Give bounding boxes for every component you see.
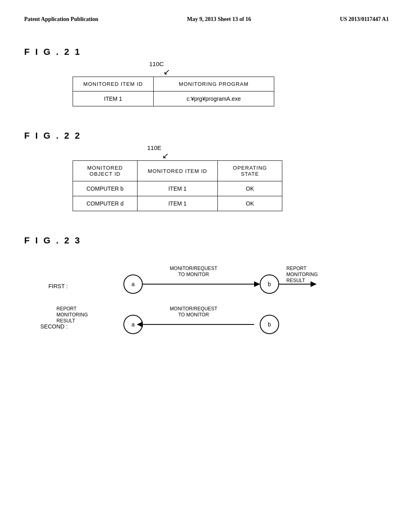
fig22-row2-col1: COMPUTER d [73, 196, 138, 211]
fig23-result-arrow1-head [311, 281, 317, 287]
fig23-section: F I G . 2 3 FIRST : a MONITOR/REQUEST TO… [24, 235, 389, 356]
fig23-arrow1-label-line2: TO MONITOR [178, 272, 209, 277]
second-label: SECOND : [40, 323, 68, 330]
fig21-row1-col1: ITEM 1 [73, 91, 154, 106]
fig21-table: MONITORED ITEM ID MONITORING PROGRAM ITE… [73, 77, 274, 106]
fig23-arrow2-label-line2: TO MONITOR [178, 312, 209, 318]
fig21-label: F I G . 2 1 [24, 47, 389, 57]
fig23-report-label2-line3: RESULT [56, 318, 75, 324]
fig22-row1-col3: OK [218, 181, 282, 196]
fig23-label: F I G . 2 3 [24, 235, 389, 246]
fig21-col1-header: MONITORED ITEM ID [73, 77, 154, 91]
fig21-section: F I G . 2 1 110C ↙ MONITORED ITEM ID MON… [24, 47, 389, 106]
first-label: FIRST : [48, 283, 68, 289]
fig22-col3-header: OPERATING STATE [218, 161, 282, 181]
fig22-row1-col2: ITEM 1 [137, 181, 217, 196]
fig21-table-id: 110C [149, 60, 164, 67]
fig22-col1-header: MONITOREDOBJECT ID [73, 161, 138, 181]
fig22-row1-col1: COMPUTER b [73, 181, 138, 196]
fig22-table: MONITOREDOBJECT ID MONITORED ITEM ID OPE… [73, 160, 282, 211]
fig22-row2-col2: ITEM 1 [137, 196, 217, 211]
fig22-col2-header: MONITORED ITEM ID [137, 161, 217, 181]
fig22-row2-col3: OK [218, 196, 282, 211]
header-middle: May 9, 2013 Sheet 13 of 16 [187, 16, 251, 23]
fig23-diagram: FIRST : a MONITOR/REQUEST TO MONITOR b R… [36, 258, 367, 355]
fig22-section: F I G . 2 2 110E ↙ MONITOREDOBJECT ID MO… [24, 131, 389, 211]
fig22-curved-arrow: ↙ [162, 151, 169, 160]
fig23-report-label2-line2: MONITORING [56, 312, 88, 318]
fig23-node-b-second-label: b [268, 321, 271, 328]
fig23-report-label1-line1: REPORT [286, 266, 307, 271]
fig21-col2-header: MONITORING PROGRAM [153, 77, 274, 91]
fig23-report-label2-line1: REPORT [56, 306, 77, 312]
fig21-curved-arrow: ↙ [163, 67, 170, 77]
fig21-row1-col2: c:¥prg¥programA.exe [153, 91, 274, 106]
fig22-label: F I G . 2 2 [24, 131, 389, 141]
page-header: Patent Application Publication May 9, 20… [24, 16, 389, 23]
fig23-arrow2-label-line1: MONITOR/REQUEST [170, 306, 217, 312]
header-right: US 2013/0117447 A1 [340, 16, 389, 23]
fig23-node-b-first-label: b [268, 281, 271, 287]
fig23-report-label1-line3: RESULT [286, 278, 305, 283]
fig23-arrow1-label-line1: MONITOR/REQUEST [170, 266, 217, 271]
fig23-arrow1-head [254, 281, 260, 287]
fig22-table-id: 110E [147, 144, 161, 151]
fig23-node-a-first-label: a [131, 281, 135, 287]
fig23-report-label1-line2: MONITORING [286, 272, 318, 277]
header-left: Patent Application Publication [24, 16, 98, 23]
fig23-node-a-second-label: a [131, 321, 135, 328]
